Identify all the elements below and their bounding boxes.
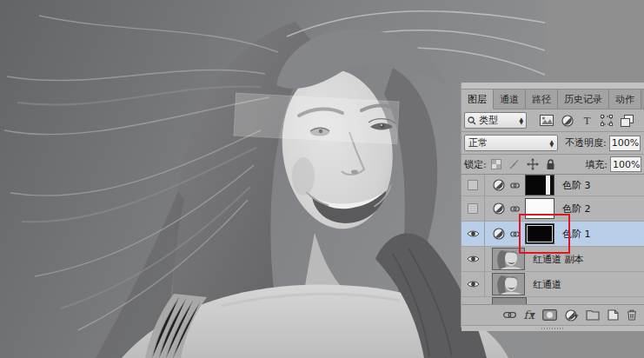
tab-history[interactable]: 历史记录 bbox=[558, 90, 609, 109]
layer-row-red-channel[interactable]: 红通道 bbox=[461, 272, 644, 297]
layer-name: 红通道 副本 bbox=[533, 253, 584, 266]
dropdown-dot-icon: ▼ bbox=[574, 313, 578, 319]
layer-style-button[interactable]: fx▼ bbox=[524, 311, 535, 320]
chevron-updown-icon: ▲▼ bbox=[519, 117, 523, 124]
lock-buttons bbox=[491, 158, 555, 170]
smart-object-filter-icon[interactable] bbox=[621, 115, 634, 127]
photoshop-window: 图层 通道 路径 历史记录 动作 类型 ▲▼ T 正常 ▲▼ bbox=[0, 0, 644, 358]
tab-paths[interactable]: 路径 bbox=[526, 90, 558, 109]
eye-hidden-box bbox=[468, 180, 478, 190]
layer-filter-row: 类型 ▲▼ T bbox=[461, 109, 644, 132]
tab-actions[interactable]: 动作 bbox=[609, 90, 641, 109]
lock-paint-icon[interactable] bbox=[508, 159, 520, 169]
mask-link-icon[interactable] bbox=[510, 205, 520, 213]
tab-layers[interactable]: 图层 bbox=[461, 90, 494, 109]
thumbnail-portrait bbox=[493, 274, 525, 295]
blend-mode-row: 正常 ▲▼ 不透明度: 100% bbox=[461, 132, 644, 155]
adjustment-layer-icon bbox=[493, 228, 505, 240]
eye-hidden-box bbox=[468, 203, 478, 214]
panel-top-edge bbox=[461, 83, 644, 90]
blend-mode-value: 正常 bbox=[468, 136, 549, 149]
pixel-layer-filter-icon[interactable] bbox=[540, 115, 554, 126]
eye-icon bbox=[467, 229, 480, 238]
eye-icon bbox=[467, 255, 480, 263]
fill-label: 填充: bbox=[585, 158, 607, 171]
visibility-toggle[interactable] bbox=[461, 247, 485, 271]
adjustment-layer-filter-icon[interactable] bbox=[561, 115, 574, 127]
panel-tab-bar: 图层 通道 路径 历史记录 动作 bbox=[461, 90, 644, 109]
annotation-red-rectangle bbox=[519, 214, 570, 254]
svg-text:T: T bbox=[584, 115, 591, 126]
tab-channels[interactable]: 通道 bbox=[494, 90, 526, 109]
new-adjustment-layer-button[interactable]: ▼ bbox=[565, 309, 578, 322]
filter-type-buttons: T bbox=[532, 115, 641, 127]
mask-link-icon[interactable] bbox=[510, 182, 520, 189]
layer-image-thumbnail[interactable] bbox=[492, 273, 525, 295]
layer-name: 红通道 bbox=[533, 278, 561, 291]
layer-row-partial[interactable] bbox=[461, 297, 644, 304]
lock-transparency-icon[interactable] bbox=[491, 159, 501, 169]
shape-layer-filter-icon[interactable] bbox=[601, 115, 613, 126]
fill-field[interactable]: 100% bbox=[610, 156, 641, 172]
add-layer-mask-icon[interactable] bbox=[542, 309, 557, 321]
lock-row: 锁定: 填充: 100% bbox=[461, 155, 644, 175]
chevron-updown-icon: ▲▼ bbox=[549, 140, 554, 147]
lock-label: 锁定: bbox=[464, 158, 487, 171]
link-layers-icon[interactable] bbox=[503, 311, 516, 319]
layer-row-levels-3[interactable]: 色阶 3 bbox=[461, 175, 644, 196]
visibility-toggle[interactable] bbox=[461, 272, 485, 296]
visibility-toggle[interactable] bbox=[461, 196, 485, 221]
eye-icon bbox=[467, 280, 480, 288]
opacity-label: 不透明度: bbox=[565, 136, 607, 149]
adjustment-layer-icon bbox=[493, 202, 505, 215]
layer-mask-thumbnail[interactable] bbox=[525, 175, 554, 196]
filter-kind-label: 类型 bbox=[479, 114, 516, 127]
blend-mode-select[interactable]: 正常 ▲▼ bbox=[464, 135, 558, 151]
layer-name: 色阶 3 bbox=[562, 179, 591, 192]
panel-resize-grip[interactable] bbox=[461, 325, 644, 331]
new-layer-icon[interactable] bbox=[607, 309, 619, 321]
layers-panel: 图层 通道 路径 历史记录 动作 类型 ▲▼ T 正常 ▲▼ bbox=[461, 83, 644, 328]
dropdown-dot-icon: ▼ bbox=[531, 311, 535, 317]
type-layer-filter-icon[interactable]: T bbox=[581, 115, 593, 126]
partial-thumbnail bbox=[492, 297, 527, 304]
lock-all-icon[interactable] bbox=[546, 159, 555, 170]
visibility-toggle[interactable] bbox=[461, 175, 485, 196]
filter-kind-select[interactable]: 类型 ▲▼ bbox=[464, 112, 527, 129]
visibility-toggle[interactable] bbox=[461, 222, 485, 246]
panel-footer-bar: fx▼ ▼ bbox=[461, 304, 644, 325]
new-group-icon[interactable] bbox=[586, 310, 600, 321]
search-icon bbox=[468, 116, 476, 125]
opacity-field[interactable]: 100% bbox=[609, 136, 641, 151]
adjustment-layer-icon bbox=[493, 179, 505, 191]
delete-layer-icon[interactable] bbox=[627, 309, 637, 321]
lock-position-icon[interactable] bbox=[527, 158, 539, 170]
